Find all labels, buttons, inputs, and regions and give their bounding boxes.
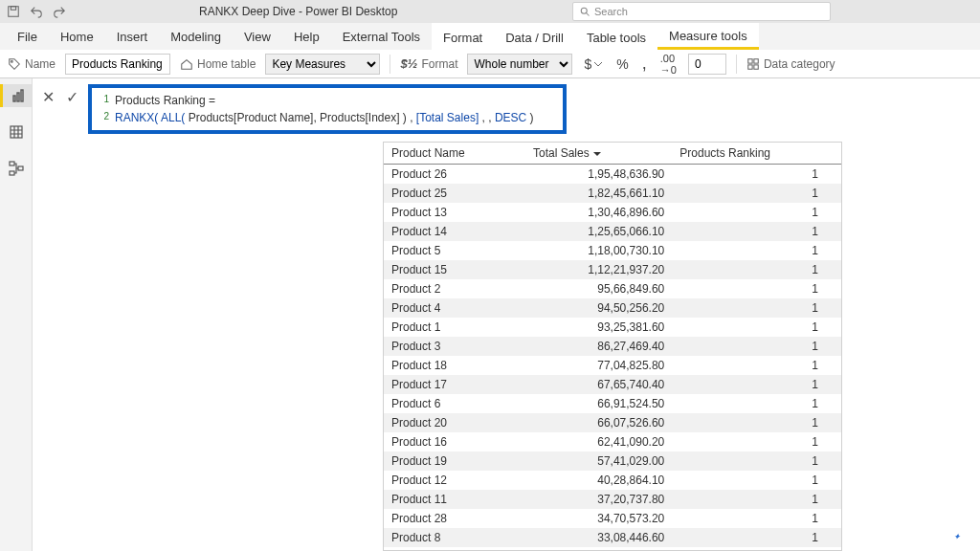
cell: 1,82,45,661.10 [525,184,672,203]
home-table-select[interactable]: Key Measures [265,54,380,75]
svg-rect-10 [21,90,23,101]
table-row[interactable]: Product 251,82,45,661.101 [384,184,841,203]
cell: Product 11 [384,490,525,509]
table-row[interactable]: Product 386,27,469.401 [384,337,841,356]
separator [736,55,737,74]
cell: Product 2 [384,279,525,298]
decimal-inc-button[interactable]: .00→0 [658,53,679,76]
home-table-label: Home table [197,57,256,71]
formula-editor[interactable]: 1Products Ranking = 2RANKX( ALL( Product… [88,84,567,134]
table-row[interactable]: Product 295,66,849.601 [384,279,841,298]
report-view-button[interactable] [0,84,32,107]
tab-file[interactable]: File [6,23,49,50]
cell: 86,27,469.40 [525,337,672,356]
cell: 94,50,256.20 [525,298,672,318]
table-row[interactable]: Product 51,18,00,730.101 [384,241,841,260]
table-row[interactable]: Product 2834,70,573.201 [384,509,841,528]
tab-external-tools[interactable]: External Tools [331,23,432,50]
cell: 1 [672,432,841,452]
save-icon[interactable] [6,4,21,19]
cell: 62,41,090.20 [525,432,672,452]
cell: 1 [672,471,841,490]
table-row[interactable]: Product 2066,07,526.601 [384,413,841,432]
tab-table-tools[interactable]: Table tools [575,23,657,50]
cell: Product 14 [384,222,525,241]
svg-rect-7 [754,64,758,68]
currency-button[interactable]: $ [582,56,605,72]
cell: Product 20 [384,413,525,432]
table-row[interactable]: Product 1240,28,864.101 [384,471,841,490]
cell: 1 [672,184,841,203]
formula-line-1: Products Ranking = [115,92,215,109]
svg-rect-4 [748,58,752,62]
table-row[interactable]: Product 261,95,48,636.901 [384,165,841,185]
name-label: Name [25,57,56,71]
cell: 1 [672,490,841,509]
svg-point-3 [11,60,13,62]
redo-icon[interactable] [52,4,67,19]
tab-format[interactable]: Format [432,23,494,50]
table-row[interactable]: Product 1767,65,740.401 [384,375,841,394]
name-group: Name [8,57,56,71]
table-row[interactable]: Product 193,25,381.601 [384,318,841,337]
cell: 1 [672,528,841,547]
tab-help[interactable]: Help [282,23,331,50]
table-row[interactable]: Product 833,08,446.601 [384,528,841,547]
tab-measure-tools[interactable]: Measure tools [657,23,759,50]
cell: 1 [672,298,841,318]
table-row[interactable]: Product 1877,04,825.801 [384,356,841,375]
column-header[interactable]: Product Name [384,143,525,165]
tab-modeling[interactable]: Modeling [159,23,233,50]
column-header[interactable]: Products Ranking [672,143,841,165]
tab-data-drill[interactable]: Data / Drill [494,23,575,50]
tag-icon [8,57,21,71]
svg-point-2 [581,8,587,13]
cell: 1 [672,356,841,375]
measure-name-input[interactable] [65,54,170,75]
cell: Product 17 [384,375,525,394]
table-row[interactable]: Product 1957,41,029.001 [384,452,841,471]
tab-home[interactable]: Home [49,23,105,50]
data-category-group: Data category [746,57,835,71]
undo-icon[interactable] [29,4,44,19]
table-row[interactable]: Product 1137,20,737.801 [384,490,841,509]
table-row[interactable]: Product 151,12,21,937.201 [384,260,841,279]
percent-button[interactable]: % [614,56,630,72]
tab-insert[interactable]: Insert [105,23,160,50]
cell: 37,20,737.80 [525,490,672,509]
comma-button[interactable]: , [640,54,649,74]
search-input[interactable]: Search [572,2,831,21]
format-group: $½ Format [400,56,457,71]
cell: Product 19 [384,452,525,471]
cell: 93,25,381.60 [525,318,672,337]
table-row[interactable]: Product 141,25,65,066.101 [384,222,841,241]
table-row[interactable]: Product 131,30,46,896.601 [384,203,841,222]
cell: 1 [672,509,841,528]
table-row[interactable]: Product 666,91,524.501 [384,394,841,413]
cancel-formula-button[interactable]: ✕ [40,84,56,110]
cell: 1,18,00,730.10 [525,241,672,260]
category-icon [746,57,760,71]
svg-rect-9 [17,93,19,101]
model-view-button[interactable] [0,157,32,180]
column-header[interactable]: Total Sales [525,143,672,165]
ribbon-controls: Name Home table Key Measures $½ Format W… [0,50,980,78]
tab-view[interactable]: View [233,23,282,50]
svg-rect-6 [748,64,752,68]
cell: 1,12,21,937.20 [525,260,672,279]
svg-rect-8 [13,96,15,101]
svg-rect-0 [9,7,19,17]
home-table-group: Home table [180,57,256,71]
visual-table[interactable]: Product NameTotal Sales Products Ranking… [383,142,842,551]
table-row[interactable]: Product 494,50,256.201 [384,298,841,318]
table-row[interactable]: Product 1662,41,090.201 [384,432,841,452]
cell: 40,28,864.10 [525,471,672,490]
cell: 1 [672,165,841,185]
commit-formula-button[interactable]: ✓ [64,84,80,110]
svg-rect-1 [11,7,15,11]
decimals-input[interactable] [688,54,726,75]
cell: Product 4 [384,298,525,318]
svg-rect-12 [10,162,14,165]
data-view-button[interactable] [0,121,32,143]
format-select[interactable]: Whole number [467,54,572,75]
